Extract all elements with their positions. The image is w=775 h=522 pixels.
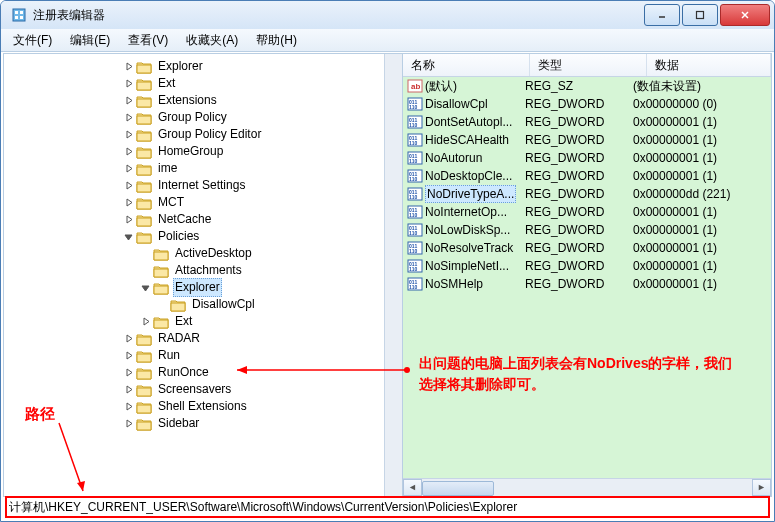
tree-row[interactable]: Explorer	[4, 58, 402, 75]
folder-icon	[136, 60, 152, 74]
expander-icon	[140, 265, 151, 276]
menu-file[interactable]: 文件(F)	[5, 30, 60, 51]
expander-icon[interactable]	[123, 61, 134, 72]
minimize-button[interactable]	[644, 4, 680, 26]
svg-text:ab: ab	[411, 82, 420, 91]
tree-row[interactable]: Screensavers	[4, 381, 402, 398]
folder-icon	[136, 366, 152, 380]
expander-icon[interactable]	[123, 197, 134, 208]
expander-icon[interactable]	[123, 78, 134, 89]
tree-row[interactable]: DisallowCpl	[4, 296, 402, 313]
value-data: 0x00000001 (1)	[629, 114, 771, 131]
svg-marker-11	[127, 97, 132, 104]
list-row[interactable]: ab(默认)REG_SZ(数值未设置)	[403, 77, 771, 95]
tree-row[interactable]: Attachments	[4, 262, 402, 279]
menu-view[interactable]: 查看(V)	[120, 30, 176, 51]
expander-icon[interactable]	[140, 282, 151, 293]
folder-icon	[136, 332, 152, 346]
list-hscrollbar[interactable]: ◄ ►	[403, 478, 771, 496]
svg-marker-20	[142, 286, 149, 291]
scroll-left-button[interactable]: ◄	[403, 479, 422, 496]
tree-row[interactable]: Internet Settings	[4, 177, 402, 194]
expander-icon[interactable]	[123, 367, 134, 378]
expander-icon[interactable]	[123, 350, 134, 361]
tree-row[interactable]: Run	[4, 347, 402, 364]
expander-icon[interactable]	[123, 95, 134, 106]
expander-icon[interactable]	[123, 112, 134, 123]
tree-label: Explorer	[156, 58, 205, 75]
statusbar-path: 计算机\HKEY_CURRENT_USER\Software\Microsoft…	[5, 496, 770, 518]
tree-row[interactable]: Ext	[4, 313, 402, 330]
tree-row[interactable]: Policies	[4, 228, 402, 245]
tree-row[interactable]: ActiveDesktop	[4, 245, 402, 262]
folder-icon	[136, 383, 152, 397]
list-row[interactable]: 011110NoAutorunREG_DWORD0x00000001 (1)	[403, 149, 771, 167]
close-button[interactable]	[720, 4, 770, 26]
list-row[interactable]: 011110NoResolveTrackREG_DWORD0x00000001 …	[403, 239, 771, 257]
svg-text:110: 110	[409, 248, 418, 254]
list-row[interactable]: 011110NoLowDiskSp...REG_DWORD0x00000001 …	[403, 221, 771, 239]
expander-icon[interactable]	[123, 214, 134, 225]
folder-icon	[136, 162, 152, 176]
expander-icon[interactable]	[123, 163, 134, 174]
expander-icon[interactable]	[123, 333, 134, 344]
tree-row[interactable]: Ext	[4, 75, 402, 92]
tree-row[interactable]: Group Policy Editor	[4, 126, 402, 143]
expander-icon[interactable]	[123, 146, 134, 157]
tree-row[interactable]: Group Policy	[4, 109, 402, 126]
tree-label: Explorer	[173, 278, 222, 297]
expander-icon[interactable]	[140, 316, 151, 327]
list-row[interactable]: 011110NoDesktopCle...REG_DWORD0x00000001…	[403, 167, 771, 185]
expander-icon[interactable]	[123, 401, 134, 412]
tree-pane[interactable]: ExplorerExtExtensionsGroup PolicyGroup P…	[3, 53, 403, 497]
tree-row[interactable]: MCT	[4, 194, 402, 211]
value-type: REG_DWORD	[521, 204, 629, 221]
tree-label: Screensavers	[156, 381, 233, 398]
maximize-button[interactable]	[682, 4, 718, 26]
col-header-name[interactable]: 名称	[403, 54, 530, 76]
svg-text:110: 110	[409, 266, 418, 272]
list-row[interactable]: 011110DontSetAutopl...REG_DWORD0x0000000…	[403, 113, 771, 131]
list-header: 名称 类型 数据	[403, 54, 771, 77]
tree-row[interactable]: HomeGroup	[4, 143, 402, 160]
binary-value-icon: 011110	[407, 151, 423, 165]
titlebar[interactable]: 注册表编辑器	[1, 1, 774, 29]
tree-row[interactable]: Extensions	[4, 92, 402, 109]
list-pane[interactable]: 名称 类型 数据 ab(默认)REG_SZ(数值未设置)011110Disall…	[403, 53, 772, 497]
expander-icon[interactable]	[123, 129, 134, 140]
scroll-thumb[interactable]	[422, 481, 494, 496]
binary-value-icon: 011110	[407, 115, 423, 129]
list-row[interactable]: 011110NoSimpleNetI...REG_DWORD0x00000001…	[403, 257, 771, 275]
tree-row[interactable]: RunOnce	[4, 364, 402, 381]
menu-favorites[interactable]: 收藏夹(A)	[178, 30, 246, 51]
list-row[interactable]: 011110HideSCAHealthREG_DWORD0x00000001 (…	[403, 131, 771, 149]
expander-icon[interactable]	[123, 384, 134, 395]
tree-vscrollbar[interactable]	[384, 54, 402, 496]
col-header-type[interactable]: 类型	[530, 54, 647, 76]
expander-icon[interactable]	[123, 418, 134, 429]
tree-row[interactable]: ime	[4, 160, 402, 177]
col-header-data[interactable]: 数据	[647, 54, 771, 76]
folder-icon	[136, 349, 152, 363]
tree-row[interactable]: Sidebar	[4, 415, 402, 432]
folder-icon	[136, 213, 152, 227]
tree-row[interactable]: RADAR	[4, 330, 402, 347]
binary-value-icon: 011110	[407, 205, 423, 219]
expander-icon[interactable]	[123, 231, 134, 242]
list-row[interactable]: 011110NoDriveTypeA...REG_DWORD0x000000dd…	[403, 185, 771, 203]
scroll-right-button[interactable]: ►	[752, 479, 771, 496]
expander-icon[interactable]	[123, 180, 134, 191]
tree-label: RunOnce	[156, 364, 211, 381]
binary-value-icon: 011110	[407, 97, 423, 111]
menu-help[interactable]: 帮助(H)	[248, 30, 305, 51]
tree-row[interactable]: Explorer	[4, 279, 402, 296]
list-row[interactable]: 011110NoInternetOp...REG_DWORD0x00000001…	[403, 203, 771, 221]
list-row[interactable]: 011110NoSMHelpREG_DWORD0x00000001 (1)	[403, 275, 771, 293]
tree-row[interactable]: NetCache	[4, 211, 402, 228]
tree-row[interactable]: Shell Extensions	[4, 398, 402, 415]
menu-edit[interactable]: 编辑(E)	[62, 30, 118, 51]
svg-rect-3	[15, 16, 18, 19]
list-row[interactable]: 011110DisallowCplREG_DWORD0x00000000 (0)	[403, 95, 771, 113]
value-data: (数值未设置)	[629, 78, 771, 95]
binary-value-icon: 011110	[407, 133, 423, 147]
